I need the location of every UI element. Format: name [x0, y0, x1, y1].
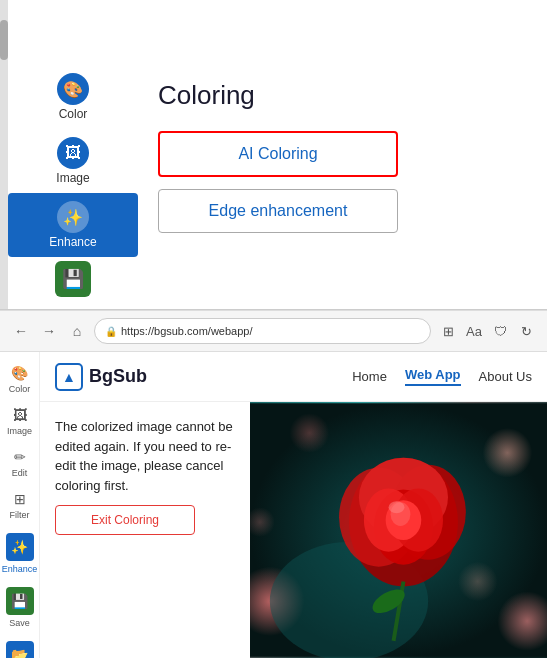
b-color-label: Color — [9, 384, 31, 394]
b-open-icon: 📂 — [6, 641, 34, 658]
site-logo-text: BgSub — [89, 366, 147, 387]
coloring-title: Coloring — [158, 80, 527, 111]
ai-coloring-button[interactable]: AI Coloring — [158, 131, 398, 177]
enhance-icon: ✨ — [57, 201, 89, 233]
forward-button[interactable]: → — [38, 320, 60, 342]
b-sidebar-color[interactable]: 🎨 Color — [0, 357, 39, 399]
message-text: The colorized image cannot be edited aga… — [55, 417, 235, 495]
back-button[interactable]: ← — [10, 320, 32, 342]
b-sidebar-filter[interactable]: ⊞ Filter — [0, 483, 39, 525]
bottom-sidebar: 🎨 Color 🖼 Image ✏ Edit ⊞ Filter ✨ Enhanc… — [0, 352, 40, 658]
top-content: Coloring AI Coloring Edge enhancement — [138, 60, 547, 309]
svg-point-17 — [389, 501, 405, 513]
b-image-icon: 🖼 — [9, 404, 31, 426]
home-button[interactable]: ⌂ — [66, 320, 88, 342]
site-logo[interactable]: ▲ BgSub — [55, 363, 147, 391]
svg-point-4 — [290, 413, 330, 453]
browser-bar: ← → ⌂ 🔒 https://bgsub.com/webapp/ ⊞ Aa 🛡… — [0, 310, 547, 352]
b-sidebar-enhance[interactable]: ✨ Enhance — [0, 525, 39, 579]
sidebar-item-enhance[interactable]: ✨ Enhance — [8, 193, 138, 257]
b-edit-icon: ✏ — [9, 446, 31, 468]
save-button-top[interactable]: 💾 — [55, 261, 91, 297]
site-logo-icon: ▲ — [55, 363, 83, 391]
sidebar-item-image[interactable]: 🖼 Image — [8, 129, 138, 193]
sidebar-item-enhance-label: Enhance — [49, 235, 96, 249]
svg-point-2 — [483, 428, 533, 478]
b-save-icon: 💾 — [6, 587, 34, 615]
b-sidebar-edit[interactable]: ✏ Edit — [0, 441, 39, 483]
sidebar-item-image-label: Image — [56, 171, 89, 185]
message-area: The colorized image cannot be edited aga… — [40, 402, 250, 658]
edge-enhancement-button[interactable]: Edge enhancement — [158, 189, 398, 233]
sidebar-item-color[interactable]: 🎨 Color — [8, 65, 138, 129]
nav-about[interactable]: About Us — [479, 369, 532, 384]
b-enhance-label: Enhance — [2, 564, 38, 574]
url-bar[interactable]: 🔒 https://bgsub.com/webapp/ — [94, 318, 431, 344]
b-color-icon: 🎨 — [9, 362, 31, 384]
site-header: ▲ BgSub Home Web App About Us — [40, 352, 547, 402]
b-sidebar-image[interactable]: 🖼 Image — [0, 399, 39, 441]
b-sidebar-save[interactable]: 💾 Save — [0, 579, 39, 633]
browser-actions: ⊞ Aa 🛡 ↻ — [437, 320, 537, 342]
svg-point-5 — [458, 562, 498, 602]
top-sidebar: 🎨 Color 🖼 Image ✨ Enhance 💾 — [8, 0, 138, 309]
bottom-main: ▲ BgSub Home Web App About Us The colori… — [40, 352, 547, 658]
scroll-thumb — [0, 20, 8, 60]
site-nav: Home Web App About Us — [352, 367, 532, 386]
reader-icon[interactable]: Aa — [463, 320, 485, 342]
b-save-label: Save — [9, 618, 30, 628]
b-sidebar-open[interactable]: 📂 Open — [0, 633, 39, 658]
exit-coloring-button[interactable]: Exit Coloring — [55, 505, 195, 535]
url-text: https://bgsub.com/webapp/ — [121, 325, 252, 337]
b-image-label: Image — [7, 426, 32, 436]
top-panel: ▲ BgSub 🎨 Color 🖼 Image ✨ Enhance 💾 Colo… — [0, 0, 547, 310]
tab-icon[interactable]: ⊞ — [437, 320, 459, 342]
lock-icon: 🔒 — [105, 326, 117, 337]
scroll-hint — [0, 0, 8, 309]
b-filter-label: Filter — [10, 510, 30, 520]
b-edit-label: Edit — [12, 468, 28, 478]
nav-webapp[interactable]: Web App — [405, 367, 461, 386]
bottom-section: 🎨 Color 🖼 Image ✏ Edit ⊞ Filter ✨ Enhanc… — [0, 352, 547, 658]
color-icon: 🎨 — [57, 73, 89, 105]
bottom-content-area: The colorized image cannot be edited aga… — [40, 402, 547, 658]
sidebar-item-color-label: Color — [59, 107, 88, 121]
nav-home[interactable]: Home — [352, 369, 387, 384]
b-filter-icon: ⊞ — [9, 488, 31, 510]
image-icon: 🖼 — [57, 137, 89, 169]
rose-image-area — [250, 402, 547, 658]
shield-icon[interactable]: 🛡 — [489, 320, 511, 342]
b-enhance-icon: ✨ — [6, 533, 34, 561]
rose-image — [250, 402, 547, 658]
refresh-icon[interactable]: ↻ — [515, 320, 537, 342]
